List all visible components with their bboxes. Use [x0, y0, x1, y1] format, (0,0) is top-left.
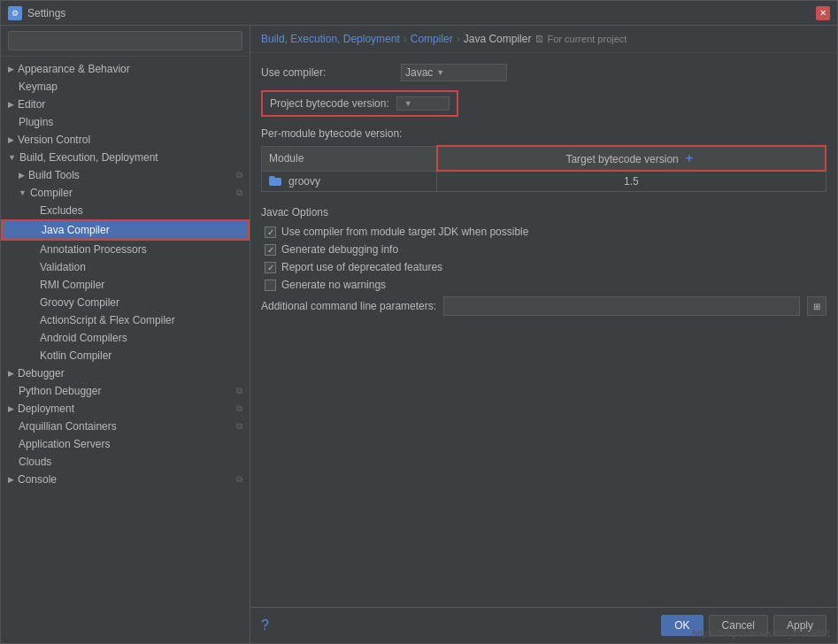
sidebar-label-app-servers: Application Servers: [19, 438, 110, 450]
help-button[interactable]: ?: [261, 617, 269, 633]
sidebar-item-plugins[interactable]: Plugins: [1, 113, 250, 131]
sidebar-item-groovy[interactable]: Groovy Compiler: [1, 294, 250, 311]
sidebar-item-editor[interactable]: ▶ Editor: [1, 96, 250, 113]
sidebar-item-build-exec[interactable]: ▼ Build, Execution, Deployment: [1, 149, 250, 166]
copy-icon-deploy: ⧉: [236, 403, 242, 414]
checkbox-row-4: Generate no warnings: [261, 279, 826, 291]
sidebar-item-appearance[interactable]: ▶ Appearance & Behavior: [1, 60, 250, 78]
title-bar-left: ⚙ Settings: [8, 6, 65, 20]
copy-icon-arq: ⧉: [236, 421, 242, 432]
settings-window: ⚙ Settings ✕ ▶ Appearance & Behavior Key…: [0, 0, 838, 644]
window-title: Settings: [27, 7, 65, 19]
main-content: ▶ Appearance & Behavior Keymap ▶ Editor …: [1, 26, 837, 643]
breadcrumb-compiler[interactable]: Compiler: [411, 33, 453, 45]
target-col-label: Target bytecode version: [565, 153, 678, 165]
checkbox-2[interactable]: [265, 244, 276, 256]
cmd-params-input[interactable]: [443, 296, 800, 316]
cmd-params-label: Additional command line parameters:: [261, 300, 436, 312]
checkbox-1[interactable]: [265, 226, 276, 238]
right-panel: Build, Execution, Deployment › Compiler …: [250, 26, 837, 643]
use-compiler-value: Javac: [405, 66, 433, 79]
sidebar-item-rmi[interactable]: RMI Compiler: [1, 276, 250, 294]
search-box: [1, 26, 250, 57]
col-module-header: Module: [262, 146, 437, 171]
breadcrumb-sep2: ›: [457, 33, 460, 45]
sidebar-item-java-compiler[interactable]: Java Compiler: [1, 219, 250, 241]
checkbox-row-2: Generate debugging info: [261, 243, 826, 256]
breadcrumb-build[interactable]: Build, Execution, Deployment: [261, 33, 400, 45]
sidebar-label-excludes: Excludes: [40, 204, 83, 217]
cmd-browse-button[interactable]: ⊞: [807, 296, 826, 316]
checkbox-label-3: Report use of deprecated features: [281, 261, 442, 273]
sidebar-item-keymap[interactable]: Keymap: [1, 78, 250, 96]
arrow-right-icon-console: ▶: [8, 475, 14, 484]
sidebar-item-console[interactable]: ▶ Console ⧉: [1, 471, 250, 488]
use-compiler-row: Use compiler: Javac ▼: [261, 64, 826, 81]
copy-icon-compiler: ⧉: [236, 188, 242, 198]
sidebar-item-android[interactable]: Android Compilers: [1, 329, 250, 347]
breadcrumb-sep1: ›: [404, 33, 407, 45]
sidebar-item-clouds[interactable]: Clouds: [1, 453, 250, 471]
use-compiler-combo[interactable]: Javac ▼: [401, 64, 507, 81]
javac-section-title: Javac Options: [261, 206, 826, 218]
sidebar-label-appearance: Appearance & Behavior: [18, 63, 130, 75]
sidebar-label-android: Android Compilers: [40, 332, 127, 344]
sidebar-item-compiler[interactable]: ▼ Compiler ⧉: [1, 184, 250, 202]
table-row: groovy 1.5: [262, 171, 826, 192]
sidebar-label-vc: Version Control: [18, 134, 90, 146]
combo-down-icon: ▼: [436, 68, 444, 77]
project-bytecode-label: Project bytecode version:: [270, 97, 389, 110]
checkbox-label-4: Generate no warnings: [281, 279, 386, 291]
copy-icon-bt: ⧉: [236, 170, 242, 180]
sidebar-label-python-debugger: Python Debugger: [19, 385, 101, 397]
search-input[interactable]: [8, 31, 242, 50]
add-module-button[interactable]: +: [681, 150, 696, 165]
sidebar-item-python-debugger[interactable]: Python Debugger ⧉: [1, 382, 250, 400]
checkbox-label-2: Generate debugging info: [281, 243, 398, 256]
sidebar-label-rmi: RMI Compiler: [40, 279, 104, 291]
sidebar-item-validation[interactable]: Validation: [1, 258, 250, 276]
sidebar-item-arquillian[interactable]: Arquillian Containers ⧉: [1, 418, 250, 435]
module-name-label: groovy: [288, 175, 320, 188]
breadcrumb: Build, Execution, Deployment › Compiler …: [250, 26, 837, 53]
sidebar-list: ▶ Appearance & Behavior Keymap ▶ Editor …: [1, 57, 250, 643]
sidebar-item-deployment[interactable]: ▶ Deployment ⧉: [1, 400, 250, 418]
sidebar-label-arquillian: Arquillian Containers: [19, 420, 117, 433]
sidebar-item-build-tools[interactable]: ▶ Build Tools ⧉: [1, 166, 250, 184]
module-table: Module Target bytecode version +: [261, 145, 826, 192]
sidebar-label-java-compiler: Java Compiler: [42, 224, 110, 236]
checkbox-row-1: Use compiler from module target JDK when…: [261, 226, 826, 238]
sidebar-label-plugins: Plugins: [19, 116, 53, 128]
sidebar-item-debugger[interactable]: ▶ Debugger: [1, 364, 250, 382]
sidebar-label-kotlin: Kotlin Compiler: [40, 349, 111, 362]
watermark: https://blog.csdn.net/m0_37885651: [693, 629, 831, 639]
sidebar-item-version-control[interactable]: ▶ Version Control: [1, 131, 250, 149]
sidebar-item-annotation[interactable]: Annotation Processors: [1, 241, 250, 258]
project-bytecode-combo[interactable]: ▼: [396, 96, 450, 111]
target-value: 1.5: [624, 175, 639, 188]
sidebar-label-annotation: Annotation Processors: [40, 243, 147, 256]
sidebar-item-excludes[interactable]: Excludes: [1, 202, 250, 219]
project-bytecode-section: Project bytecode version: ▼: [261, 90, 826, 117]
settings-icon: ⚙: [8, 6, 22, 20]
checkbox-row-3: Report use of deprecated features: [261, 261, 826, 273]
arrow-right-icon-editor: ▶: [8, 100, 14, 109]
sidebar-label-clouds: Clouds: [19, 456, 51, 468]
module-table-container: Module Target bytecode version +: [261, 145, 826, 192]
sidebar-label-groovy: Groovy Compiler: [40, 296, 119, 309]
sidebar-item-actionscript[interactable]: ActionScript & Flex Compiler: [1, 311, 250, 329]
project-bytecode-box: Project bytecode version: ▼: [261, 90, 458, 117]
sidebar-label-build-tools: Build Tools: [28, 169, 80, 181]
sidebar-item-kotlin[interactable]: Kotlin Compiler: [1, 347, 250, 364]
sidebar-item-app-servers[interactable]: Application Servers: [1, 435, 250, 453]
breadcrumb-java-compiler: Java Compiler: [464, 33, 532, 45]
sidebar-label-debugger: Debugger: [18, 367, 65, 380]
close-button[interactable]: ✕: [816, 6, 830, 20]
sidebar-label-console: Console: [18, 473, 57, 486]
checkbox-4[interactable]: [265, 280, 276, 291]
checkbox-3[interactable]: [265, 262, 276, 273]
module-cell: groovy: [262, 171, 437, 192]
arrow-right-icon-debugger: ▶: [8, 369, 14, 378]
sidebar-label-editor: Editor: [18, 98, 45, 111]
copy-icon-python: ⧉: [236, 386, 242, 396]
